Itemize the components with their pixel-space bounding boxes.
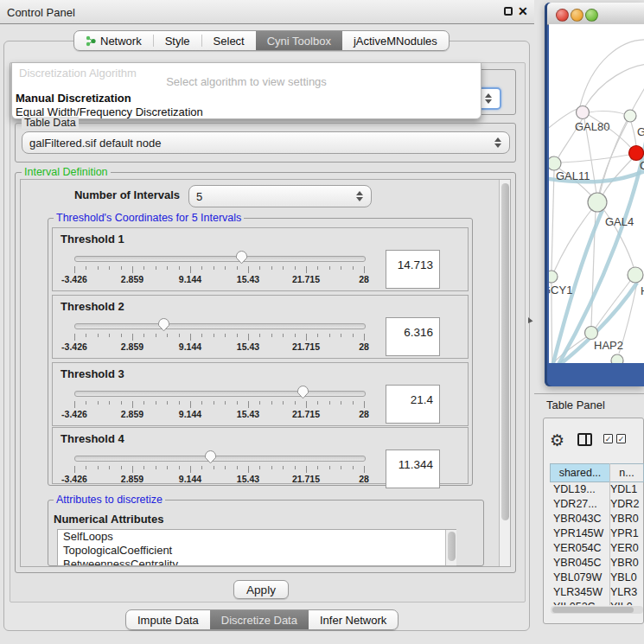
slider-track[interactable]	[74, 391, 366, 397]
network-edge	[596, 281, 630, 328]
table-row[interactable]: YLR345WYLR3	[550, 585, 644, 600]
table-data-combobox[interactable]: galFiltered.sif default node	[22, 131, 510, 154]
tick-mark	[214, 401, 214, 405]
tick-mark	[86, 466, 86, 469]
threshold-value-field[interactable]: 11.344	[386, 450, 440, 488]
tab-jactivemnodules[interactable]: jActiveMNodules	[342, 31, 449, 50]
tab-style[interactable]: Style	[154, 31, 201, 50]
threshold-value-field[interactable]: 14.713	[386, 250, 440, 289]
tick-label: 21.715	[292, 341, 320, 352]
tick-mark	[214, 334, 214, 337]
slider-thumb[interactable]	[296, 385, 309, 402]
threshold-value-field[interactable]: 6.316	[386, 317, 440, 356]
tick-mark	[156, 334, 156, 337]
tick-label: 9.144	[179, 341, 201, 352]
screen: Control Panel ✕ NetworkStyleSelectCyni T…	[0, 0, 644, 644]
column-header-shared[interactable]: shared...	[550, 463, 610, 482]
network-canvas[interactable]: GAL80GAGAL11CGAL4GCY1HAP2H	[549, 24, 644, 363]
tab-impute-data[interactable]: Impute Data	[126, 610, 210, 629]
threshold-value-field[interactable]: 21.4	[386, 385, 440, 424]
tab-label: Impute Data	[137, 614, 199, 627]
shared-name-cell: YDL19...	[550, 482, 610, 497]
tick-mark	[201, 466, 202, 469]
tick-mark	[353, 266, 354, 270]
apply-button[interactable]: Apply	[233, 580, 289, 599]
slider-thumb[interactable]	[157, 317, 170, 335]
table-row[interactable]: YIL052CYIL0	[550, 600, 644, 605]
tick-mark	[237, 401, 238, 405]
table-hscrollbar-thumb[interactable]	[552, 607, 634, 613]
combo-arrows-icon	[494, 137, 501, 148]
tick-mark	[271, 401, 272, 405]
table-hscrollbar[interactable]	[551, 606, 643, 614]
interval-scrollbar-thumb[interactable]	[501, 183, 509, 520]
table-row[interactable]: YBL079WYBL0	[550, 571, 644, 585]
slider-track[interactable]	[74, 456, 366, 462]
interval-scrollbar[interactable]	[499, 180, 510, 566]
tick-label: 21.715	[292, 274, 320, 284]
attribute-item-topologicalcoefficient[interactable]: TopologicalCoefficient	[58, 544, 456, 558]
shared-name-cell: YBR045C	[550, 556, 610, 571]
tick-mark	[214, 266, 214, 270]
tick-mark	[156, 266, 156, 270]
network-node-gcy1[interactable]	[549, 271, 558, 283]
network-edge	[561, 155, 629, 163]
tick-mark	[201, 334, 202, 337]
network-edge	[631, 122, 636, 146]
tick-label: 9.144	[179, 474, 201, 484]
node-label: GA	[637, 125, 644, 138]
table-row[interactable]: YDR27...YDR2	[550, 497, 644, 512]
table-row[interactable]: YER054CYER0	[550, 541, 644, 556]
table-row[interactable]: YPR145WYPR1	[550, 526, 644, 541]
gear-icon[interactable]: ⚙	[550, 430, 564, 450]
slider-thumb[interactable]	[235, 250, 248, 267]
table-row[interactable]: YBR043CYBR0	[550, 512, 644, 526]
close-traffic-icon[interactable]	[556, 9, 569, 22]
dropdown-item-manual-discretization[interactable]: Manual Discretization	[16, 92, 131, 105]
tab-discretize-data[interactable]: Discretize Data	[210, 610, 309, 629]
attribute-item-selfloops[interactable]: SelfLoops	[58, 530, 456, 544]
zoom-traffic-icon[interactable]	[585, 9, 598, 22]
close-icon[interactable]: ✕	[518, 4, 528, 18]
tick-mark	[353, 466, 354, 469]
attribute-item-betweennesscentrality[interactable]: BetweennessCentrality	[58, 558, 456, 566]
node-table[interactable]: YDL19...YDL1YDR27...YDR2YBR043CYBR0YPR14…	[550, 482, 644, 605]
slider-thumb[interactable]	[204, 450, 217, 467]
slider-track[interactable]	[74, 256, 366, 262]
tick-label: 15.43	[237, 409, 259, 419]
minimize-traffic-icon[interactable]	[571, 9, 583, 22]
attributes-scrollbar[interactable]	[445, 530, 456, 565]
network-node-gal11[interactable]	[549, 156, 561, 170]
network-node-gal80[interactable]	[577, 106, 590, 119]
checkbox-icon[interactable]: ✓	[603, 434, 613, 443]
table-row[interactable]: YBR045CYBR0	[550, 556, 644, 571]
column-header-name[interactable]: n...	[609, 463, 644, 482]
tick-mark	[74, 466, 75, 473]
tick-label: 9.144	[179, 409, 201, 419]
table-row[interactable]: YDL19...YDL1	[550, 482, 644, 497]
tab-network[interactable]: Network	[74, 31, 153, 50]
numerical-attributes-list[interactable]: SelfLoopsTopologicalCoefficientBetweenne…	[57, 529, 456, 566]
attributes-scrollbar-thumb[interactable]	[448, 532, 456, 561]
float-window-icon[interactable]	[504, 7, 513, 16]
table-panel-divider[interactable]	[534, 393, 644, 394]
network-icon	[86, 35, 96, 47]
network-node-partial[interactable]	[611, 354, 623, 363]
tab-cyni-toolbox[interactable]: Cyni Toolbox	[256, 31, 342, 50]
node-label: GAL4	[605, 215, 634, 228]
tick-mark	[74, 266, 75, 273]
network-node-hap2[interactable]	[585, 327, 598, 340]
tab-infer-network[interactable]: Infer Network	[309, 610, 398, 629]
network-node-ga[interactable]	[624, 110, 636, 122]
network-node-c[interactable]	[629, 146, 644, 161]
slider-track[interactable]	[74, 323, 366, 329]
shared-name-cell: YER054C	[550, 541, 610, 556]
tick-mark	[259, 334, 260, 337]
checkbox-icon[interactable]: ✓	[616, 434, 626, 443]
tab-select[interactable]: Select	[202, 31, 256, 50]
split-columns-icon[interactable]	[577, 433, 592, 446]
num-intervals-spinner[interactable]: 5	[188, 185, 372, 207]
network-node-h[interactable]	[628, 267, 643, 283]
tab-label: Select	[214, 35, 245, 48]
network-node-gal4[interactable]	[588, 193, 607, 212]
